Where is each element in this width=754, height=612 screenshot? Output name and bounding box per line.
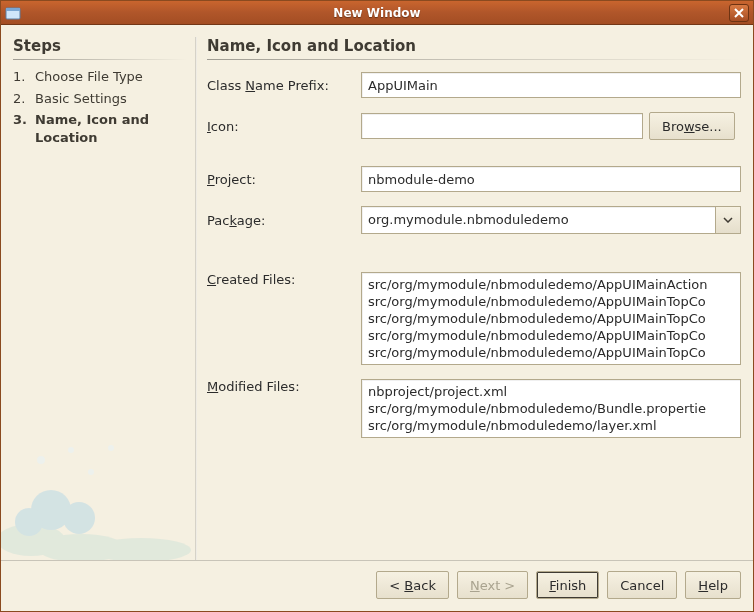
- browse-button[interactable]: Browse...: [649, 112, 735, 140]
- step-item: 3. Name, Icon and Location: [13, 111, 187, 146]
- content-area: Steps 1. Choose File Type 2. Basic Setti…: [1, 25, 753, 611]
- app-icon: [5, 5, 21, 21]
- wizard-decoration: [1, 400, 201, 560]
- window-title: New Window: [25, 6, 729, 20]
- svg-point-8: [37, 456, 45, 464]
- steps-panel: Steps 1. Choose File Type 2. Basic Setti…: [13, 37, 195, 560]
- package-combo[interactable]: org.mymodule.nbmoduledemo: [361, 206, 741, 234]
- finish-button[interactable]: Finish: [536, 571, 599, 599]
- svg-point-7: [15, 508, 43, 536]
- svg-point-10: [88, 469, 94, 475]
- svg-point-6: [63, 502, 95, 534]
- main-panel: Name, Icon and Location Class Name Prefi…: [207, 37, 741, 560]
- class-name-prefix-input[interactable]: [361, 72, 741, 98]
- row-icon: Icon: Browse...: [207, 112, 741, 140]
- svg-point-9: [68, 447, 74, 453]
- svg-point-11: [108, 445, 114, 451]
- label-project: Project:: [207, 172, 355, 187]
- row-class-name-prefix: Class Name Prefix:: [207, 72, 741, 98]
- cancel-button[interactable]: Cancel: [607, 571, 677, 599]
- steps-list: 1. Choose File Type 2. Basic Settings 3.…: [13, 68, 187, 146]
- help-button[interactable]: Help: [685, 571, 741, 599]
- row-project: Project:: [207, 166, 741, 192]
- project-input: [361, 166, 741, 192]
- titlebar[interactable]: New Window: [1, 1, 753, 25]
- page-title: Name, Icon and Location: [207, 37, 741, 55]
- svg-point-2: [1, 524, 65, 556]
- next-button: Next >: [457, 571, 528, 599]
- svg-point-5: [31, 490, 71, 530]
- label-modified-files: Modified Files:: [207, 379, 355, 394]
- close-button[interactable]: [729, 4, 749, 22]
- label-package: Package:: [207, 213, 355, 228]
- icon-input[interactable]: [361, 113, 643, 139]
- row-modified-files: Modified Files: nbproject/project.xml sr…: [207, 379, 741, 438]
- steps-heading: Steps: [13, 37, 187, 55]
- package-combo-value[interactable]: org.mymodule.nbmoduledemo: [361, 206, 715, 234]
- svg-point-4: [91, 538, 191, 560]
- step-item: 2. Basic Settings: [13, 90, 187, 108]
- label-icon: Icon:: [207, 119, 355, 134]
- row-package: Package: org.mymodule.nbmoduledemo: [207, 206, 741, 234]
- wizard-window: New Window Steps 1. Choose File Type 2. …: [0, 0, 754, 612]
- panel-divider: [195, 37, 197, 560]
- close-icon: [734, 8, 744, 18]
- label-created-files: Created Files:: [207, 272, 355, 287]
- created-files-box: src/org/mymodule/nbmoduledemo/AppUIMainA…: [361, 272, 741, 365]
- button-bar: < Back Next > Finish Cancel Help: [1, 560, 753, 611]
- package-combo-button[interactable]: [715, 206, 741, 234]
- svg-rect-1: [6, 8, 20, 11]
- modified-files-box: nbproject/project.xml src/org/mymodule/n…: [361, 379, 741, 438]
- step-item: 1. Choose File Type: [13, 68, 187, 86]
- chevron-down-icon: [723, 217, 733, 223]
- back-button[interactable]: < Back: [376, 571, 449, 599]
- svg-point-3: [37, 534, 125, 560]
- label-class-name-prefix: Class Name Prefix:: [207, 78, 355, 93]
- row-created-files: Created Files: src/org/mymodule/nbmodule…: [207, 272, 741, 365]
